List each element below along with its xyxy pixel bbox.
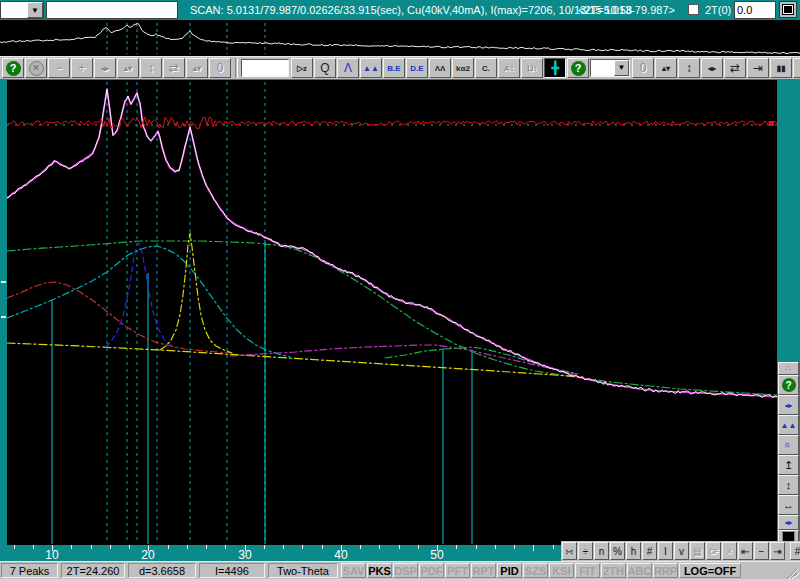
mode-button-pdf[interactable]: PDF [419,563,444,578]
split-view-button[interactable]: ◂▸ [778,515,799,530]
value-input[interactable] [241,59,289,77]
help-button-2[interactable]: ? [567,58,589,78]
mode-button-rpt[interactable]: RPT [471,563,496,578]
peak-id-button[interactable]: ▲▲ [778,415,799,435]
axis-tick [110,545,111,549]
mode-button-2th[interactable]: 2TH [601,563,626,578]
pin-button[interactable]: ⇥ [747,58,769,78]
timer-button[interactable]: ◔ [793,58,800,78]
calculate-button[interactable]: C. [475,58,497,78]
pointer-tool-button[interactable]: ▷z [291,58,313,78]
grid-view-button[interactable]: ╋ [544,58,566,78]
mode-button-rrp[interactable]: RRP [653,563,678,578]
image-button[interactable]: ▦ [690,542,705,560]
help-button[interactable]: ? [2,58,24,78]
mode-button-abc[interactable]: ABC [627,563,652,578]
auto-scale-button[interactable]: A↕ [498,58,520,78]
page-up-icon: « [783,442,795,448]
cf-button[interactable]: CF [706,542,721,560]
mode-button-fit[interactable]: FIT [575,563,600,578]
mode-button-szs[interactable]: SZS [523,563,548,578]
expand-vertical-button[interactable]: ↕ [778,475,799,495]
scan-name-input[interactable] [46,1,178,19]
compress-horizontal-2[interactable]: ◂▸ [701,58,723,78]
background-edit-button[interactable]: B.E [383,58,405,78]
split-horizontal-button[interactable]: ◂▸ [778,395,799,415]
axis-tick [33,545,34,549]
axis-tick [514,545,515,549]
data-edit-button[interactable]: D.E [406,58,428,78]
right-button-stack: ∴?◂▸▲▲«↥↕↔◂▸ [777,362,800,544]
trace-end-marker[interactable] [769,121,774,126]
overview-plot[interactable] [0,20,800,56]
kalpha2-button[interactable]: kα2 [452,58,474,78]
swap-axes-button[interactable]: ⇄ [163,58,185,78]
zero-button-2[interactable]: 0 [632,58,654,78]
zoom-in-button[interactable]: + [71,58,93,78]
compress-vertical-2[interactable]: ▴▾ [655,58,677,78]
expand-horizontal-button[interactable]: ◂▸ [94,58,116,78]
axis-tick [14,545,15,549]
offset-checkbox[interactable] [688,4,699,15]
axis-scale-button[interactable]: ⊔↕ [521,58,543,78]
expand-horizontal-2[interactable]: ⇄ [724,58,746,78]
offset-input[interactable] [734,1,776,19]
divide-button[interactable]: ÷ [578,542,593,560]
intensity-button[interactable]: I [658,542,673,560]
height-button[interactable]: h [626,542,641,560]
value-button[interactable]: v [674,542,689,560]
scroll-top-button[interactable]: ↥ [778,455,799,475]
minus-button[interactable]: − [754,542,769,560]
chevron-down-icon[interactable]: ▼ [27,2,43,18]
scale-spin-button[interactable]: ▴▾ [186,58,208,78]
trace-peak-red [7,282,230,353]
hash-button[interactable]: # [790,542,800,560]
profile-fit-button[interactable]: ΛΛ [429,58,451,78]
find-peaks-button[interactable]: ▲▲ [360,58,382,78]
channel-button[interactable]: # [642,542,657,560]
help-button[interactable]: ? [778,375,799,395]
compress-vertical-button[interactable]: ▴▾ [117,58,139,78]
axis-tick-label: 50 [425,548,449,562]
mode-button-ksi[interactable]: KSI [549,563,574,578]
diffraction-plot[interactable] [7,80,777,545]
mini-plot-button[interactable]: ∴ [778,362,799,375]
axis-tick [456,545,457,549]
help-icon: ? [6,61,21,76]
axis-tick [533,545,534,551]
ratio-button[interactable]: ∺ [562,542,577,560]
mode-button-pft[interactable]: PFT [445,563,470,578]
page-up-button[interactable]: « [778,435,799,455]
expand-vertical-button[interactable]: ↕ [140,58,162,78]
status-bar: 7 Peaks2T=24.260d=3.6658I=4496Two-Theta … [0,561,800,579]
diffraction-plot-area[interactable] [0,80,800,545]
mode-button-sav[interactable]: SAV [341,563,366,578]
zero-button[interactable]: 0 [209,58,231,78]
overlay-select[interactable]: ▼ [590,59,630,77]
trace-observed [7,89,777,398]
chevron-down-icon[interactable]: ▼ [614,60,629,76]
mode-button-dsp[interactable]: DSP [393,563,418,578]
histogram-button[interactable]: ▮▮ [770,58,792,78]
scroll-left-button[interactable]: ⇤ [738,542,753,560]
mode-button-pid[interactable]: PID [497,563,522,578]
close-button[interactable]: × [722,542,737,560]
expand-vertical-2[interactable]: ↕ [678,58,700,78]
overview-strip[interactable] [0,20,800,56]
normalize-button[interactable]: n [594,542,609,560]
percent-button[interactable]: % [610,542,625,560]
resize-grip[interactable] [784,564,798,578]
magnifier-tool-button[interactable]: Q [314,58,336,78]
peak-cursor-button[interactable]: Λ [337,58,359,78]
file-combobox[interactable]: ▼ [0,1,44,19]
expand-horizontal-button[interactable]: ↔ [778,495,799,515]
left-axis-band [0,80,7,545]
mode-button-pks[interactable]: PKS [367,563,392,578]
color-box-button[interactable] [780,2,796,17]
zoom-out-button[interactable]: − [48,58,70,78]
status-readouts: 7 Peaks2T=24.260d=3.6658I=4496Two-Theta [1,563,341,578]
log-toggle-button[interactable]: LOG=OFF [679,563,741,578]
scroll-right-button[interactable]: ⇥ [770,542,785,560]
cancel-icon: ✕ [29,61,44,76]
stop-button[interactable]: ✕ [25,58,47,78]
